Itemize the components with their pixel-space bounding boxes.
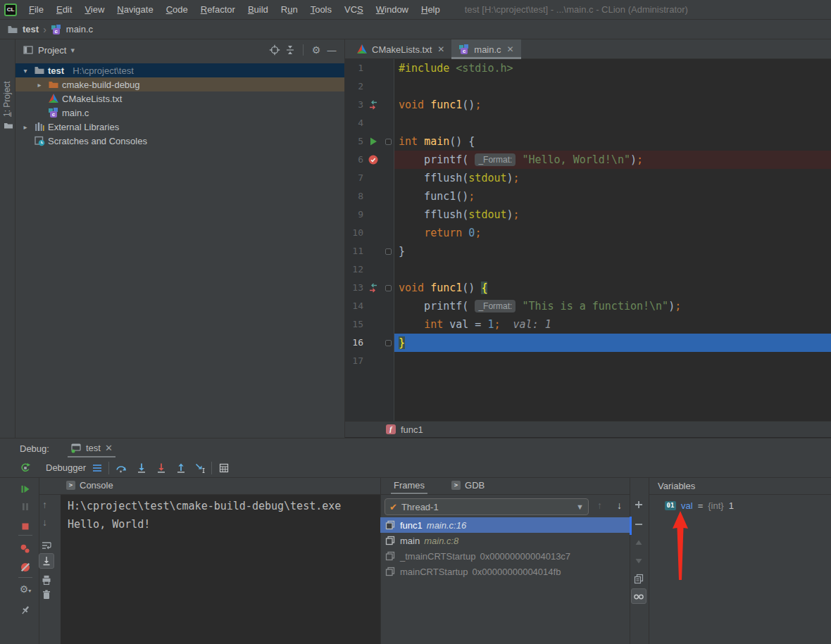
line-number[interactable]: 17: [345, 352, 363, 370]
line-number[interactable]: 13: [345, 279, 363, 297]
fold-marker-box[interactable]: [385, 285, 392, 291]
editor-tab-cmakelists-txt[interactable]: CMakeLists.txt✕: [349, 39, 451, 59]
breadcrumb-function[interactable]: func1: [401, 424, 423, 435]
chevron-down-icon[interactable]: ▾: [20, 67, 31, 75]
editor-gutter[interactable]: 2: [345, 77, 394, 96]
frame-row-main[interactable]: mainmain.c:8: [380, 533, 630, 548]
code-line-text[interactable]: return 0;: [394, 224, 831, 242]
fold-marker[interactable]: [383, 285, 394, 291]
code-line-text[interactable]: func1();: [394, 187, 831, 206]
thread-selector[interactable]: ✔ Thread-1 ▼: [385, 498, 589, 515]
add-watch-button[interactable]: [633, 499, 644, 510]
line-number[interactable]: 5: [345, 132, 363, 151]
collapse-all-icon[interactable]: [285, 44, 296, 56]
project-panel-title[interactable]: Project: [38, 45, 66, 56]
step-into-button[interactable]: [136, 462, 147, 474]
line-number[interactable]: 15: [345, 315, 363, 334]
code-line-text[interactable]: [394, 77, 831, 96]
gear-icon[interactable]: ⚙: [311, 44, 322, 56]
menu-item-run[interactable]: Run: [275, 4, 304, 15]
editor-gutter[interactable]: 17: [345, 352, 394, 370]
editor-gutter[interactable]: 1: [345, 59, 394, 77]
layout-settings-icon[interactable]: [92, 462, 103, 474]
menu-item-file[interactable]: File: [23, 4, 50, 15]
console-output[interactable]: H:\cproject\test\cmake-build-debug\test.…: [61, 495, 380, 644]
tab-debugger[interactable]: Debugger: [46, 462, 86, 473]
run-to-cursor-button[interactable]: [195, 462, 206, 474]
fold-marker[interactable]: [383, 340, 394, 346]
duplicate-watch-icon[interactable]: [633, 573, 644, 584]
tab-console[interactable]: > Console: [63, 478, 116, 494]
goto-definition-icon[interactable]: [363, 99, 383, 111]
editor-gutter[interactable]: 11: [345, 242, 394, 260]
line-number[interactable]: 6: [345, 151, 363, 169]
down-arrow-icon[interactable]: ↓: [42, 517, 47, 528]
pin-tab-icon[interactable]: [20, 605, 31, 616]
editor-gutter[interactable]: 6: [345, 151, 394, 169]
line-number[interactable]: 4: [345, 114, 363, 132]
clear-all-icon[interactable]: [41, 589, 52, 600]
code-line-text[interactable]: [394, 352, 831, 370]
chevron-right-icon[interactable]: ▸: [34, 81, 45, 89]
editor-gutter[interactable]: 13: [345, 279, 394, 297]
code-line-text[interactable]: [394, 114, 831, 132]
rerun-button[interactable]: [20, 462, 31, 474]
editor-gutter[interactable]: 4: [345, 114, 394, 132]
code-line-text[interactable]: printf( _Format: "This is a function!\n"…: [394, 297, 831, 315]
view-breakpoints-button[interactable]: [20, 543, 31, 555]
line-number[interactable]: 11: [345, 242, 363, 260]
code-line-text[interactable]: }: [394, 334, 831, 352]
menu-item-code[interactable]: Code: [160, 4, 194, 15]
line-number[interactable]: 12: [345, 260, 363, 279]
code-line-text[interactable]: printf( _Format: "Hello, World!\n");: [394, 151, 831, 169]
tree-item-cmakelists-txt[interactable]: CMakeLists.txt: [15, 91, 344, 106]
close-icon[interactable]: ✕: [437, 44, 444, 54]
editor-gutter[interactable]: 15: [345, 315, 394, 334]
stop-button[interactable]: [20, 521, 31, 532]
fold-marker-box[interactable]: [385, 139, 392, 145]
frame-row-tmaincrtstartup[interactable]: _tmainCRTStartup0x00000000004013c7: [380, 548, 630, 564]
menu-item-navigate[interactable]: Navigate: [111, 4, 159, 15]
menu-item-help[interactable]: Help: [415, 4, 446, 15]
line-number[interactable]: 16: [345, 334, 363, 352]
line-number[interactable]: 2: [345, 77, 363, 96]
print-icon[interactable]: [41, 574, 52, 586]
line-number[interactable]: 14: [345, 297, 363, 315]
code-line-text[interactable]: fflush(stdout);: [394, 206, 831, 224]
close-icon[interactable]: ✕: [507, 44, 514, 54]
menu-item-vcs[interactable]: VCS: [338, 4, 370, 15]
editor-empty-space[interactable]: [345, 370, 831, 421]
menu-item-build[interactable]: Build: [242, 4, 275, 15]
editor-gutter[interactable]: 3: [345, 96, 394, 114]
remove-watch-button[interactable]: [633, 519, 644, 530]
editor-gutter[interactable]: 10: [345, 224, 394, 242]
chevron-down-icon[interactable]: ▾: [70, 46, 75, 55]
fold-marker-box[interactable]: [385, 340, 392, 346]
menu-item-edit[interactable]: Edit: [50, 4, 78, 15]
code-line-text[interactable]: void func1() {: [394, 279, 831, 297]
fold-marker[interactable]: [383, 248, 394, 255]
show-watches-toggle[interactable]: [631, 588, 646, 604]
editor-gutter[interactable]: 5: [345, 132, 394, 151]
pause-button[interactable]: [20, 501, 31, 512]
menu-item-window[interactable]: Window: [370, 4, 415, 15]
line-number[interactable]: 9: [345, 206, 363, 224]
run-main-icon[interactable]: [363, 136, 383, 147]
debug-settings-icon[interactable]: ⚙▾: [20, 583, 31, 595]
resume-button[interactable]: [20, 484, 31, 495]
chevron-right-icon[interactable]: ▸: [20, 123, 31, 131]
debug-session-tab[interactable]: test ✕: [68, 439, 115, 457]
code-line-text[interactable]: [394, 260, 831, 279]
evaluate-expression-button[interactable]: [218, 462, 230, 474]
tool-button-project[interactable]: 1: Project: [2, 81, 12, 117]
close-icon[interactable]: ✕: [105, 443, 113, 453]
menu-item-tools[interactable]: Tools: [304, 4, 338, 15]
move-up-button[interactable]: [633, 537, 644, 548]
editor-gutter[interactable]: 9: [345, 206, 394, 224]
step-out-button[interactable]: [175, 462, 187, 474]
locate-file-icon[interactable]: [269, 44, 280, 56]
editor-gutter[interactable]: 14: [345, 297, 394, 315]
scroll-to-end-toggle[interactable]: [39, 553, 54, 569]
line-number[interactable]: 1: [345, 59, 363, 77]
code-line-text[interactable]: #include <stdio.h>: [394, 59, 831, 77]
